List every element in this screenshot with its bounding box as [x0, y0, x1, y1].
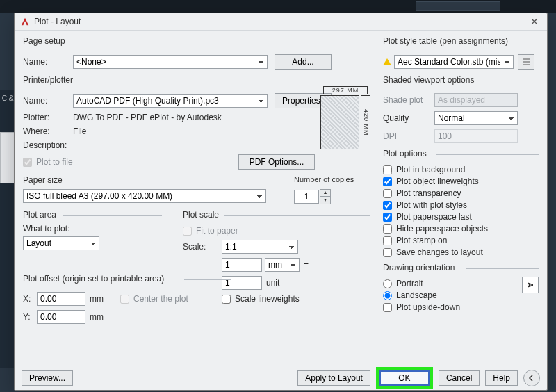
- plotter-label: Plotter:: [23, 113, 73, 122]
- orientation-preview-icon: A: [522, 277, 539, 293]
- expand-button[interactable]: [523, 370, 540, 386]
- group-paper-size: Paper size: [23, 175, 63, 185]
- offset-y-label: Y:: [23, 312, 37, 322]
- fit-to-paper-input: [183, 227, 192, 236]
- dpi-input: [434, 129, 518, 143]
- group-plot-scale: Plot scale: [183, 210, 219, 220]
- page-setup-name-select[interactable]: <None>: [73, 55, 268, 69]
- plot-style-select[interactable]: Aec Standard Color.stb (mis: [394, 55, 514, 69]
- help-button[interactable]: Help: [485, 370, 518, 386]
- paper-size-select[interactable]: ISO full bleed A3 (297.00 x 420.00 MM): [23, 189, 266, 203]
- copies-input[interactable]: [294, 190, 319, 204]
- pdf-options-button[interactable]: PDF Options...: [238, 154, 315, 170]
- page-setup-add-button[interactable]: Add...: [275, 54, 332, 70]
- opt-lineweights[interactable]: Plot object lineweights: [383, 177, 539, 186]
- offset-x-label: X:: [23, 294, 37, 304]
- scale-equals: =: [304, 260, 309, 270]
- opt-save[interactable]: Save changes to layout: [383, 247, 539, 257]
- scale-label: Scale:: [183, 242, 222, 252]
- offset-y-input[interactable]: [37, 310, 85, 324]
- shade-plot-label: Shade plot: [383, 95, 434, 105]
- paper-height-label: 420 MM: [361, 95, 370, 149]
- scale-lineweights-checkbox[interactable]: Scale lineweights: [222, 294, 370, 304]
- orientation-portrait[interactable]: Portrait: [383, 279, 516, 288]
- paper-preview: 297 MM 420 MM: [320, 86, 370, 149]
- paper-width-label: 297 MM: [323, 86, 368, 94]
- chevron-left-icon: [528, 375, 535, 382]
- group-plot-options: Plot options: [383, 149, 427, 158]
- warning-icon: [383, 58, 391, 65]
- dialog-titlebar: Plot - Layout ✕: [15, 13, 547, 31]
- center-plot-input: [120, 295, 129, 304]
- preview-button[interactable]: Preview...: [22, 370, 73, 386]
- printer-name-select[interactable]: AutoCAD PDF (High Quality Print).pc3: [73, 94, 268, 108]
- shade-plot-select: As displayed: [434, 93, 518, 107]
- plot-to-file-input: [23, 158, 32, 167]
- cancel-button[interactable]: Cancel: [439, 370, 480, 386]
- opt-hide[interactable]: Hide paperspace objects: [383, 224, 539, 234]
- dialog-title: Plot - Layout: [34, 17, 81, 26]
- scale-unit1-select[interactable]: mm: [265, 258, 300, 272]
- opt-stamp[interactable]: Plot stamp on: [383, 236, 539, 245]
- offset-x-input[interactable]: [37, 292, 85, 306]
- dpi-label: DPI: [383, 131, 434, 141]
- plot-to-file-checkbox: Plot to file: [23, 157, 73, 167]
- group-shaded: Shaded viewport options: [383, 75, 474, 85]
- dialog-footer: Preview... Apply to Layout OK Cancel Hel…: [15, 366, 547, 390]
- list-icon: [522, 58, 530, 66]
- where-value: File: [73, 126, 86, 136]
- scale-num1-input[interactable]: [222, 258, 262, 272]
- group-orientation: Drawing orientation: [383, 263, 455, 272]
- group-printer: Printer/plotter: [23, 75, 73, 85]
- opt-paperspace-last[interactable]: Plot paperspace last: [383, 212, 539, 222]
- what-to-plot-label: What to plot:: [23, 224, 162, 234]
- description-label: Description:: [23, 140, 73, 150]
- opt-transparency[interactable]: Plot transparency: [383, 188, 539, 198]
- scale-select[interactable]: 1:1: [222, 240, 298, 254]
- app-search: [416, 1, 500, 11]
- group-plot-offset: Plot offset (origin set to printable are…: [23, 274, 164, 284]
- fit-to-paper-checkbox: Fit to paper: [183, 226, 370, 236]
- opt-background[interactable]: Plot in background: [383, 165, 539, 174]
- orientation-upside[interactable]: Plot upside-down: [383, 302, 516, 312]
- center-plot-checkbox: Center the plot: [120, 294, 188, 304]
- copies-down[interactable]: ▾: [320, 197, 331, 204]
- page-setup-name-label: Name:: [23, 57, 73, 67]
- apply-to-layout-button[interactable]: Apply to Layout: [297, 370, 370, 386]
- scale-unit2-label: unit: [266, 278, 279, 288]
- autocad-logo-icon: [20, 17, 30, 26]
- copies-spinner[interactable]: ▴▾: [294, 189, 331, 204]
- offset-x-unit: mm: [90, 294, 104, 304]
- printer-name-label: Name:: [23, 96, 73, 106]
- quality-label: Quality: [383, 113, 434, 123]
- plotter-value: DWG To PDF - PDF ePlot - by Autodesk: [73, 113, 222, 122]
- group-plot-style: Plot style table (pen assignments): [383, 36, 508, 46]
- group-page-setup: Page setup: [23, 36, 65, 46]
- offset-y-unit: mm: [90, 312, 104, 322]
- plot-dialog: Plot - Layout ✕ Page setup Name: <None>: [14, 13, 548, 391]
- ok-button[interactable]: OK: [379, 370, 430, 386]
- quality-select[interactable]: Normal: [434, 111, 518, 125]
- opt-styles[interactable]: Plot with plot styles: [383, 200, 539, 210]
- paper-sheet-icon: [320, 95, 359, 149]
- close-icon[interactable]: ✕: [528, 16, 541, 27]
- group-plot-area: Plot area: [23, 210, 56, 220]
- copies-up[interactable]: ▴: [320, 189, 331, 197]
- what-to-plot-select[interactable]: Layout: [23, 236, 99, 250]
- app-titlebar: [0, 0, 556, 13]
- copies-label: Number of copies: [294, 175, 354, 183]
- where-label: Where:: [23, 126, 73, 136]
- ok-highlight: OK: [376, 367, 433, 389]
- orientation-landscape[interactable]: Landscape: [383, 291, 516, 300]
- plot-style-edit-button[interactable]: [518, 54, 534, 70]
